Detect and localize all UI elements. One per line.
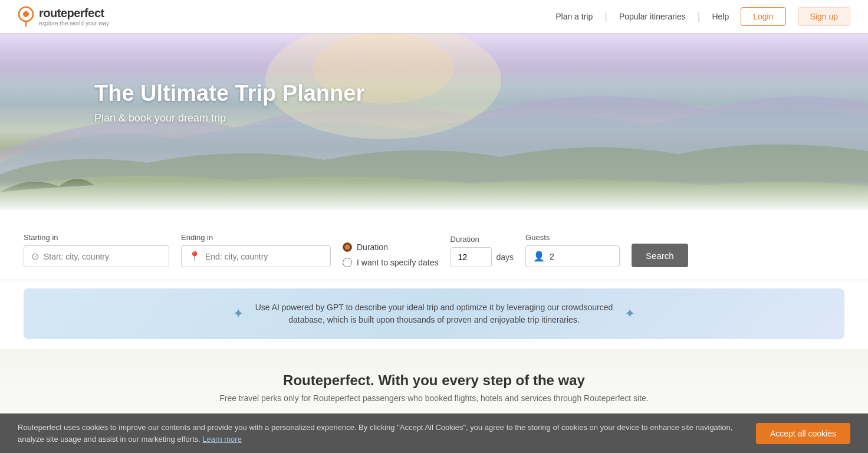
guests-input-wrap: 👤 — [525, 245, 620, 267]
svg-point-1 — [23, 11, 29, 17]
duration-dates-radio-group: Duration I want to specify dates — [343, 242, 439, 267]
starting-in-input-wrap: ⊙ — [24, 245, 169, 267]
nav-help[interactable]: Help — [712, 12, 729, 21]
ai-banner-text: Use AI powered by GPT to describe your i… — [255, 301, 613, 326]
guests-field: Guests 👤 — [525, 233, 620, 267]
starting-in-label: Starting in — [24, 233, 169, 242]
logo[interactable]: routeperfect explore the world your way — [18, 6, 109, 27]
duration-input-wrap: days — [451, 247, 514, 267]
starting-in-input[interactable] — [44, 252, 162, 261]
features-subtitle: Free travel perks only for Routeperfect … — [24, 393, 844, 403]
ai-text-line1: Use AI powered by GPT to describe your i… — [255, 303, 613, 312]
duration-radio-input[interactable] — [343, 242, 352, 252]
signup-button[interactable]: Sign up — [798, 7, 850, 26]
accept-cookies-button[interactable]: Accept all cookies — [756, 423, 850, 444]
ai-star-left-icon: ✦ — [233, 306, 244, 321]
ending-in-label: Ending in — [181, 233, 331, 242]
starting-in-field: Starting in ⊙ — [24, 233, 169, 267]
duration-dates-field: Duration I want to specify dates — [343, 228, 439, 267]
ending-in-input-wrap: 📍 — [181, 245, 331, 267]
cookie-message: Routeperfect uses cookies to improve our… — [18, 423, 732, 444]
duration-radio-option[interactable]: Duration — [343, 242, 439, 252]
nav-plan-trip[interactable]: Plan a trip — [555, 12, 593, 21]
nav: Plan a trip | Popular itineraries | Help… — [555, 7, 850, 26]
ai-star-right-icon: ✦ — [624, 306, 635, 321]
location-start-icon: ⊙ — [31, 251, 39, 262]
logo-tagline: explore the world your way — [39, 20, 109, 27]
hero-section: The Ultimate Trip Planner Plan & book yo… — [0, 33, 868, 210]
cookie-banner: Routeperfect uses cookies to improve our… — [0, 413, 868, 453]
duration-input[interactable] — [451, 247, 492, 267]
hero-subtitle: Plan & book your dream trip — [94, 112, 364, 124]
duration-number-field: Duration days — [451, 235, 514, 267]
ai-banner: ✦ Use AI powered by GPT to describe your… — [24, 288, 844, 339]
learn-more-link[interactable]: Learn more — [202, 435, 241, 444]
duration-unit-label: days — [497, 252, 514, 262]
hero-title: The Ultimate Trip Planner — [94, 80, 364, 107]
svg-rect-5 — [0, 180, 868, 210]
ending-in-field: Ending in 📍 — [181, 233, 331, 267]
duration-number-label: Duration — [451, 235, 514, 244]
duration-dates-spacer — [343, 228, 439, 237]
nav-popular-itineraries[interactable]: Popular itineraries — [619, 12, 686, 21]
search-button[interactable]: Search — [632, 244, 688, 267]
nav-sep-1: | — [604, 11, 607, 23]
cookie-text: Routeperfect uses cookies to improve our… — [18, 422, 756, 445]
logo-pin-icon — [18, 6, 34, 27]
search-bar: Starting in ⊙ Ending in 📍 Duration I wan… — [0, 210, 868, 279]
ending-in-input[interactable] — [205, 252, 323, 261]
guests-icon: 👤 — [533, 251, 545, 262]
nav-sep-2: | — [698, 11, 701, 23]
location-end-icon: 📍 — [189, 251, 200, 262]
dates-radio-option[interactable]: I want to specify dates — [343, 258, 439, 267]
dates-radio-label: I want to specify dates — [357, 258, 439, 267]
ai-text-line2: database, which is built upon thousands … — [288, 315, 579, 324]
duration-radio-label: Duration — [357, 242, 388, 252]
hero-text-block: The Ultimate Trip Planner Plan & book yo… — [94, 80, 364, 124]
header: routeperfect explore the world your way … — [0, 0, 868, 33]
logo-name: routeperfect — [39, 6, 109, 20]
guests-label: Guests — [525, 233, 620, 242]
dates-radio-input[interactable] — [343, 258, 352, 267]
features-title: Routeperfect. With you every step of the… — [24, 372, 844, 389]
guests-input[interactable] — [550, 252, 609, 261]
login-button[interactable]: Login — [741, 7, 785, 26]
